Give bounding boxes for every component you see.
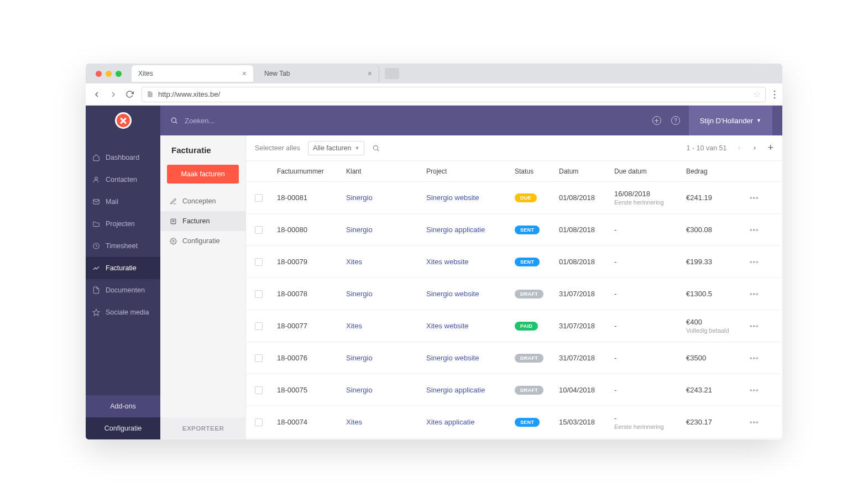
browser-forward-button[interactable] [109,90,118,99]
url-input-wrapper[interactable]: http://www.xites.be/ ☆ [142,87,766,102]
row-checkbox[interactable] [255,354,263,362]
tab-close-icon[interactable]: × [242,69,247,78]
sidebar-item-label: Timesheet [106,242,138,250]
add-icon[interactable]: + [652,116,661,125]
search-input[interactable] [185,117,351,125]
row-actions-button[interactable]: ••• [750,290,759,298]
user-menu[interactable]: Stijn D'Hollander ▼ [689,106,772,135]
cell-project-link[interactable]: Sinergio website [426,290,479,298]
window-close-button[interactable] [96,71,102,77]
browser-back-button[interactable] [92,90,101,99]
row-checkbox[interactable] [255,322,263,330]
row-actions-button[interactable]: ••• [750,386,759,394]
cell-due-date: -Eerste herinnering [614,414,686,430]
bookmark-star-icon[interactable]: ☆ [753,89,761,99]
row-checkbox[interactable] [255,226,263,234]
sidebar-item-label: Dashboard [106,154,139,161]
row-checkbox[interactable] [255,386,263,394]
cell-client-link[interactable]: Sinergio [346,226,373,234]
cell-amount: €1300.5 [686,290,750,298]
window-maximize-button[interactable] [116,71,122,77]
row-checkbox[interactable] [255,290,263,298]
sidebar-item-dashboard[interactable]: Dashboard [86,146,160,169]
cell-client-link[interactable]: Sinergio [346,290,373,298]
th-project: Project [426,167,515,175]
cell-project-link[interactable]: Sinergio applicatie [426,386,485,394]
row-actions-button[interactable]: ••• [750,193,759,202]
row-actions-button[interactable]: ••• [750,322,759,330]
sidebar-item-mail[interactable]: Mail [86,191,160,213]
page-icon [147,91,154,98]
cell-project-link[interactable]: Sinergio website [426,354,479,362]
cell-project-link[interactable]: Xites website [426,258,469,266]
cell-client-link[interactable]: Sinergio [346,193,373,202]
row-actions-button[interactable]: ••• [750,354,759,362]
svg-line-8 [176,122,177,124]
cell-number: 18-00075 [277,386,346,394]
row-checkbox[interactable] [255,194,263,202]
sidebar-item-projecten[interactable]: Projecten [86,213,160,235]
table-search-button[interactable] [372,144,380,152]
svg-point-0 [774,90,776,92]
pager-next-button[interactable] [752,144,757,152]
subpanel-item-configuratie[interactable]: Configuratie [160,231,245,251]
row-actions-button[interactable]: ••• [750,418,759,426]
table-row: 18-00079XitesXites websiteSENT01/08/2018… [246,246,782,278]
sidebar-item-contacten[interactable]: Contacten [86,169,160,191]
status-badge: SENT [515,258,540,266]
add-row-button[interactable]: + [767,142,773,154]
th-amount: Bedrag [686,167,750,175]
table-row: 18-00075SinergioSinergio applicatieDRAFT… [246,374,782,406]
cell-number: 18-00080 [277,226,346,234]
edit-icon [169,197,177,205]
logo[interactable] [86,106,160,135]
help-icon[interactable]: ? [671,116,680,125]
cell-client-link[interactable]: Sinergio [346,386,373,394]
subpanel-item-label: Configuratie [182,237,219,245]
cell-project-link[interactable]: Xites applicatie [426,418,474,426]
browser-tab[interactable]: New Tab × [258,65,379,82]
new-tab-button[interactable] [385,68,399,79]
export-button[interactable]: EXPORTEER [160,417,246,439]
tab-close-icon[interactable]: × [368,69,372,78]
row-checkbox[interactable] [255,418,263,426]
row-actions-button[interactable]: ••• [750,258,759,266]
cell-client-link[interactable]: Xites [346,418,362,426]
browser-menu-button[interactable] [773,90,776,99]
tab-title: New Tab [264,70,290,77]
folder-icon [92,220,100,228]
cell-project-link[interactable]: Sinergio website [426,193,479,202]
cell-client-link[interactable]: Sinergio [346,354,373,362]
cell-due-date: - [614,354,686,362]
due-note: Eerste herinnering [614,199,686,206]
pager-prev-button[interactable] [736,144,742,152]
sidebar-addons-button[interactable]: Add-ons [86,395,160,417]
table-row: 18-00081SinergioSinergio websiteDUE01/08… [246,182,782,214]
row-actions-button[interactable]: ••• [750,226,759,234]
svg-point-3 [95,177,98,180]
browser-tab-active[interactable]: Xites × [132,65,253,82]
cell-client-link[interactable]: Xites [346,258,362,266]
sidebar-config-button[interactable]: Configuratie [86,417,160,439]
filter-dropdown[interactable]: Alle facturen ▼ [308,141,364,155]
status-badge: SENT [515,418,540,427]
sidebar-item-facturatie[interactable]: Facturatie [86,257,160,279]
cell-project-link[interactable]: Xites website [426,322,469,330]
cell-client-link[interactable]: Xites [346,322,362,330]
sidebar-item-sociale-media[interactable]: Sociale media [86,301,160,323]
browser-reload-button[interactable] [126,90,134,98]
doc-icon [92,286,100,294]
subpanel-item-facturen[interactable]: Facturen [160,211,245,231]
subpanel-item-concepten[interactable]: Concepten [160,191,245,211]
cell-project-link[interactable]: Sinergio applicatie [426,226,485,234]
sidebar-item-documenten[interactable]: Documenten [86,279,160,301]
table-toolbar: Selecteer alles Alle facturen ▼ 1 - 10 v… [246,135,782,161]
select-all-link[interactable]: Selecteer alles [255,144,300,152]
cell-number: 18-00076 [277,354,346,362]
row-checkbox[interactable] [255,258,263,266]
status-badge: DRAFT [515,354,543,363]
th-status: Status [515,167,559,175]
sidebar-item-timesheet[interactable]: Timesheet [86,235,160,257]
make-invoice-button[interactable]: Maak facturen [167,165,239,184]
window-minimize-button[interactable] [106,71,112,77]
